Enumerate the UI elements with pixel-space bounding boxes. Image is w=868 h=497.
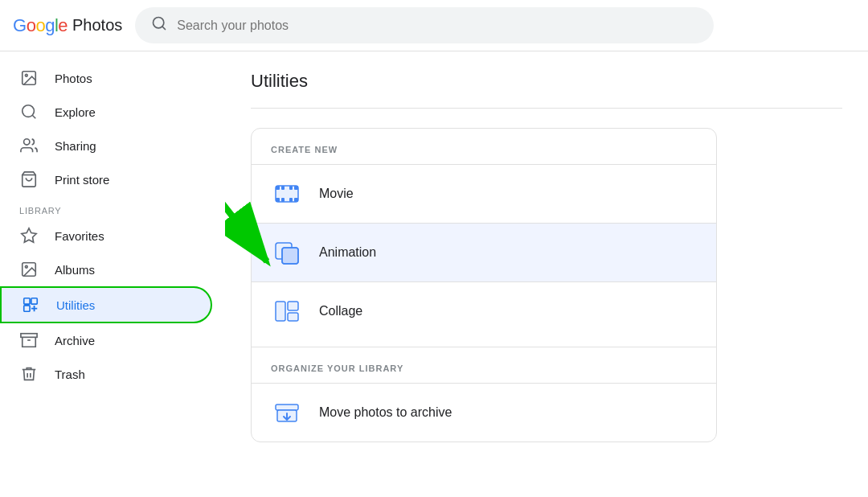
library-section-label: LIBRARY	[0, 196, 225, 219]
sidebar-item-label: Archive	[55, 334, 95, 347]
svg-point-10	[25, 265, 27, 268]
logo: Google Photos	[13, 15, 122, 36]
sidebar-item-label: Explore	[55, 105, 96, 119]
utility-item-movie[interactable]: Movie	[252, 164, 716, 223]
sidebar-item-trash[interactable]: Trash	[0, 357, 212, 391]
sidebar-item-label: Trash	[55, 368, 85, 381]
search-bar[interactable]	[135, 7, 714, 43]
create-new-card: CREATE NEW	[251, 128, 717, 442]
sidebar-item-archive[interactable]: Archive	[0, 323, 212, 357]
page-title: Utilities	[251, 71, 842, 92]
sidebar: Photos Explore Sharing	[0, 51, 225, 497]
content-area: Utilities CREATE NEW	[225, 51, 868, 497]
svg-rect-25	[289, 198, 293, 202]
sidebar-item-sharing[interactable]: Sharing	[0, 129, 212, 162]
search-input[interactable]	[177, 18, 698, 33]
sidebar-item-albums[interactable]: Albums	[0, 253, 212, 286]
movie-icon	[271, 178, 303, 210]
image-icon	[19, 69, 39, 87]
svg-rect-12	[31, 298, 37, 304]
svg-line-1	[162, 27, 166, 30]
sidebar-item-label: Favorites	[55, 229, 104, 243]
svg-point-3	[25, 74, 27, 76]
svg-rect-14	[21, 334, 37, 338]
star-icon	[19, 227, 39, 244]
svg-rect-20	[276, 198, 280, 202]
archive-move-icon	[271, 396, 303, 429]
logo-photos-text: Photos	[72, 16, 122, 35]
utility-item-label: Animation	[319, 245, 376, 260]
svg-rect-21	[294, 198, 298, 202]
album-icon	[19, 261, 39, 278]
sidebar-item-utilities[interactable]: Utilities	[0, 286, 212, 323]
divider	[251, 108, 842, 109]
svg-rect-18	[276, 186, 280, 190]
trash-icon	[19, 365, 39, 383]
utility-item-label: Collage	[319, 304, 362, 318]
sidebar-item-print-store[interactable]: Print store	[0, 162, 212, 196]
sidebar-item-label: Sharing	[55, 139, 96, 153]
utility-item-move-to-archive[interactable]: Move photos to archive	[252, 383, 716, 442]
svg-line-5	[32, 115, 35, 118]
svg-rect-13	[24, 306, 30, 311]
svg-rect-11	[24, 298, 30, 304]
utility-item-label: Move photos to archive	[319, 405, 452, 420]
svg-rect-31	[288, 313, 298, 321]
sidebar-item-label: Albums	[55, 263, 95, 277]
create-new-section-header: CREATE NEW	[252, 129, 716, 164]
svg-rect-19	[294, 186, 298, 190]
utility-item-animation[interactable]: Animation	[252, 223, 716, 281]
explore-icon	[19, 103, 39, 121]
svg-marker-8	[22, 228, 36, 242]
sharing-icon	[19, 137, 39, 154]
svg-point-6	[24, 139, 30, 145]
organize-section-header: ORGANIZE YOUR LIBRARY	[252, 347, 716, 383]
sidebar-item-label: Print store	[55, 173, 109, 187]
utility-item-collage[interactable]: Collage	[252, 281, 716, 340]
sidebar-item-favorites[interactable]: Favorites	[0, 219, 212, 253]
sidebar-item-photos[interactable]: Photos	[0, 61, 212, 95]
print-store-icon	[19, 170, 39, 188]
animation-icon	[271, 236, 303, 269]
svg-rect-22	[281, 186, 285, 190]
main-layout: Photos Explore Sharing	[0, 51, 868, 497]
svg-rect-23	[289, 186, 293, 190]
svg-rect-29	[276, 302, 285, 321]
svg-rect-24	[281, 198, 285, 202]
header: Google Photos	[0, 0, 868, 51]
collage-icon	[271, 295, 303, 327]
svg-rect-32	[276, 405, 298, 410]
svg-rect-27	[282, 248, 298, 264]
archive-icon	[19, 331, 39, 349]
sidebar-item-label: Utilities	[56, 298, 95, 312]
logo-google-text: Google	[13, 15, 68, 36]
utilities-icon	[21, 296, 40, 314]
sidebar-item-label: Photos	[55, 72, 92, 85]
sidebar-item-explore[interactable]: Explore	[0, 95, 212, 129]
svg-point-4	[23, 105, 35, 117]
svg-rect-30	[288, 302, 298, 310]
utility-item-label: Movie	[319, 187, 354, 201]
search-icon	[151, 15, 167, 35]
